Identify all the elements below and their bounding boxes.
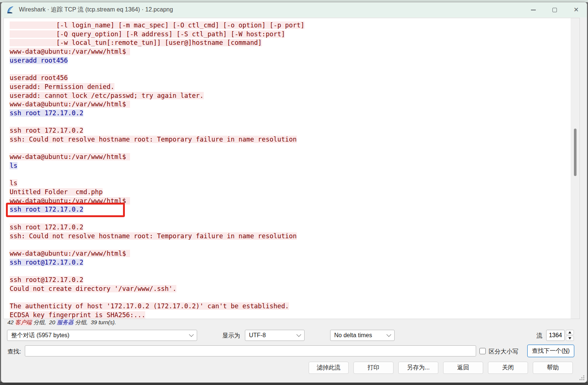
stats-segment: 分组,: [73, 319, 91, 325]
dialog-button-row: 滤掉此流打印另存为...返回关闭帮助: [309, 362, 573, 374]
stream-line: useradd: cannot lock /etc/passwd; try ag…: [10, 92, 571, 100]
scrollbar-track[interactable]: [571, 18, 579, 319]
find-input[interactable]: [25, 345, 476, 356]
minimize-button[interactable]: [522, 2, 544, 17]
stats-segment: 39 turn(s).: [91, 319, 116, 325]
close-icon: ✕: [574, 7, 579, 13]
show-as-label: 显示为: [222, 332, 240, 340]
stream-line: useradd root456: [10, 74, 571, 83]
stream-line: ssh root 172.17.0.2: [10, 109, 571, 118]
stream-line: www-data@ubuntu:/var/www/html$: [10, 47, 571, 56]
title-bar[interactable]: Wireshark · 追踪 TCP 流 (tcp.stream eq 1364…: [1, 2, 587, 17]
help-button[interactable]: 帮助: [533, 362, 573, 374]
arrow-down-icon: [568, 337, 571, 339]
stream-line: [-Q query_option] [-R address] [-S ctl_p…: [10, 30, 571, 39]
stream-line: ssh root 172.17.0.2: [10, 126, 571, 135]
stream-text-area[interactable]: [-l login_name] [-m mac_spec] [-O ctl_cm…: [3, 18, 580, 319]
find-next-button[interactable]: 查找下一个(N): [527, 345, 574, 357]
close-button[interactable]: 关闭: [488, 362, 528, 374]
conversation-select[interactable]: 整个对话 (5957 bytes): [7, 330, 197, 341]
stream-line: [10, 267, 571, 276]
stats-segment: 20: [49, 319, 57, 325]
stream-line: [-l login_name] [-m mac_spec] [-O ctl_cm…: [10, 21, 571, 30]
case-sensitive-label: 区分大小写: [489, 348, 518, 356]
wireshark-logo-icon: [6, 5, 15, 14]
window-title: Wireshark · 追踪 TCP 流 (tcp.stream eq 1364…: [19, 6, 173, 14]
case-sensitive-checkbox[interactable]: [479, 348, 486, 354]
delta-times-select-value: No delta times: [334, 332, 372, 339]
find-next-label: 查找下一个(: [532, 347, 563, 355]
resize-grip-icon[interactable]: [579, 375, 584, 380]
stream-line: [10, 170, 571, 179]
stream-line: useradd root456: [10, 56, 571, 65]
find-label: 查找:: [7, 348, 21, 356]
stream-line: ECDSA key fingerprint is SHA256:...: [10, 311, 571, 319]
stream-line: www-data@ubuntu:/var/www/html$: [10, 153, 571, 162]
chevron-down-icon: [189, 332, 194, 337]
stream-spinner-up-button[interactable]: [566, 330, 574, 335]
stream-line: ssh root@172.17.0.2: [10, 276, 571, 285]
minimize-icon: [531, 10, 536, 10]
stream-number-label: 流: [536, 332, 542, 340]
stream-line: Untitled Folder cmd.php: [10, 188, 571, 197]
stream-line: www-data@ubuntu:/var/www/html$: [10, 249, 571, 258]
maximize-icon: [552, 8, 557, 12]
stream-line: [10, 65, 571, 74]
stream-line: The authenticity of host '172.17.0.2 (17…: [10, 302, 571, 311]
filter-out-stream-button[interactable]: 滤掉此流: [309, 362, 349, 374]
delta-times-select[interactable]: No delta times: [330, 330, 395, 341]
stream-stats: 42 客户端 分组, 20 服务器 分组, 39 turn(s).: [7, 319, 116, 326]
scrollbar-thumb[interactable]: [574, 129, 577, 176]
stream-line: www-data@ubuntu:/var/www/html$: [10, 100, 571, 109]
maximize-button[interactable]: [544, 2, 565, 17]
arrow-up-icon: [568, 331, 571, 333]
back-button[interactable]: 返回: [443, 362, 483, 374]
follow-tcp-stream-dialog: Wireshark · 追踪 TCP 流 (tcp.stream eq 1364…: [1, 2, 587, 383]
chevron-down-icon: [296, 332, 301, 337]
stats-segment: 服务器: [57, 319, 73, 325]
stream-line: Could not create directory '/var/www/.ss…: [10, 285, 571, 293]
stream-line: ls: [10, 162, 571, 170]
print-button[interactable]: 打印: [353, 362, 393, 374]
stream-line: [10, 144, 571, 153]
annotation-highlight-box: [6, 203, 125, 217]
chevron-down-icon: [386, 332, 391, 337]
conversation-select-value: 整个对话 (5957 bytes): [11, 332, 69, 339]
stream-line: [10, 240, 571, 249]
stats-segment: 分组,: [32, 319, 49, 325]
stream-number-value: 1364: [549, 332, 562, 339]
stream-line: [-w local_tun[:remote_tun]] [user@]hostn…: [10, 39, 571, 47]
stream-content: [-l login_name] [-m mac_spec] [-O ctl_cm…: [4, 21, 571, 319]
stats-segment: 客户端: [15, 319, 32, 325]
save-as-button[interactable]: 另存为...: [398, 362, 438, 374]
stats-segment: 42: [7, 319, 15, 325]
close-button-titlebar[interactable]: ✕: [565, 2, 587, 17]
stream-line: [10, 293, 571, 302]
stream-line: useradd: Permission denied.: [10, 83, 571, 92]
encoding-select-value: UTF-8: [249, 332, 266, 339]
stream-number-input[interactable]: 1364: [546, 330, 565, 341]
stream-spinner-down-button[interactable]: [566, 336, 574, 341]
stream-line: ls: [10, 179, 571, 188]
stream-line: ssh root@172.17.0.2: [10, 258, 571, 267]
stream-line: ssh: Could not resolve hostname root: Te…: [10, 232, 571, 241]
stream-line: [10, 118, 571, 127]
encoding-select[interactable]: UTF-8: [245, 330, 305, 341]
stream-line: ssh: Could not resolve hostname root: Te…: [10, 135, 571, 144]
stream-line: ssh root 172.17.0.2: [10, 223, 571, 232]
